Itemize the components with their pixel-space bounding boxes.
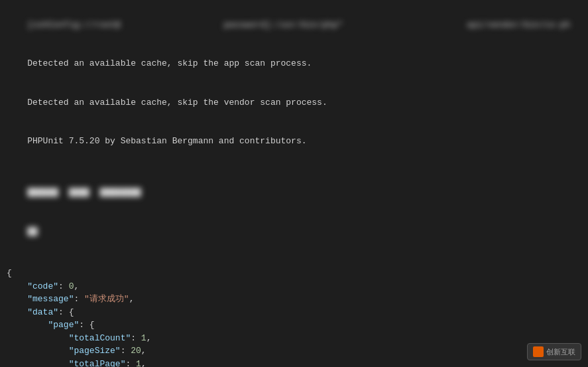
watermark-text: 创新互联	[546, 347, 575, 357]
json-pagesize: "pageSize": 20,	[7, 344, 581, 358]
empty-line-2	[7, 252, 581, 265]
json-data-open: "data": {	[7, 306, 581, 319]
output-line-3: PHPUnit 7.5.20 by Sebastian Bergmann and…	[7, 122, 581, 161]
empty-line-1	[7, 161, 581, 174]
output-text-1: Detected an available cache, skip the ap…	[27, 58, 312, 68]
watermark-badge: 创新互联	[527, 343, 581, 360]
json-open-brace: {	[7, 267, 581, 280]
output-text-2: Detected an available cache, skip the ve…	[27, 98, 327, 108]
watermark-icon	[533, 346, 544, 357]
command-text: [sshConfig://root@ password]:/usr/bin/ph…	[27, 20, 570, 30]
command-line: [sshConfig://root@ password]:/usr/bin/ph…	[7, 5, 581, 44]
json-page-open: "page": {	[7, 319, 581, 332]
json-totalpage: "totalPage": 1,	[7, 358, 581, 368]
blurred-line-2: ██	[7, 212, 581, 252]
json-output: { "code": 0, "message": "请求成功", "data": …	[7, 267, 581, 367]
json-message: "message": "请求成功",	[7, 293, 581, 306]
json-totalcount: "totalCount": 1,	[7, 332, 581, 345]
output-line-2: Detected an available cache, skip the ve…	[7, 83, 581, 122]
output-line-1: Detected an available cache, skip the ap…	[7, 44, 581, 84]
blurred-line-1: ██████ ████ ████████	[7, 174, 581, 213]
json-code: "code": 0,	[7, 280, 581, 293]
output-text-3: PHPUnit 7.5.20 by Sebastian Bergmann and…	[27, 136, 306, 146]
terminal-window: [sshConfig://root@ password]:/usr/bin/ph…	[0, 0, 588, 367]
